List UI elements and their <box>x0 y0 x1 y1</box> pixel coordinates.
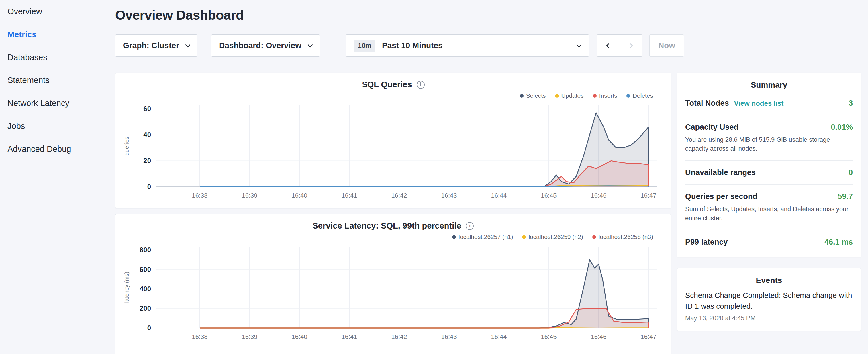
charts-column: SQL Queries SelectsUpdatesInsertsDeletes… <box>115 73 671 354</box>
svg-text:16:41: 16:41 <box>341 192 357 199</box>
legend-dot-icon <box>626 94 630 98</box>
sidebar-item-advanced-debug[interactable]: Advanced Debug <box>0 137 115 160</box>
svg-text:16:41: 16:41 <box>341 333 357 340</box>
chevron-down-icon <box>576 42 582 47</box>
service-latency-chart-panel: Service Latency: SQL, 99th percentile lo… <box>115 214 671 354</box>
svg-text:400: 400 <box>140 285 151 293</box>
summary-label: Queries per second <box>685 192 757 201</box>
chevron-right-icon <box>627 43 633 48</box>
summary-value: 3 <box>848 99 853 108</box>
sql-queries-chart-panel: SQL Queries SelectsUpdatesInsertsDeletes… <box>115 73 671 208</box>
main-content: Overview Dashboard Graph: Cluster Dashbo… <box>115 0 868 354</box>
legend-dot-icon <box>522 235 526 239</box>
svg-text:16:40: 16:40 <box>291 192 307 199</box>
svg-text:queries: queries <box>124 137 130 156</box>
sidebar-item-databases[interactable]: Databases <box>0 46 115 69</box>
chevron-down-icon <box>185 42 190 47</box>
svg-text:20: 20 <box>143 157 151 164</box>
summary-row-p99-latency: P99 latency 46.1 ms <box>685 230 853 254</box>
svg-text:latency (ms): latency (ms) <box>124 272 130 303</box>
svg-text:16:46: 16:46 <box>591 192 607 199</box>
svg-text:16:40: 16:40 <box>291 333 307 340</box>
time-range-dropdown[interactable]: 10m Past 10 Minutes <box>346 34 589 57</box>
legend-item[interactable]: Selects <box>520 92 546 99</box>
sidebar: Overview Metrics Databases Statements Ne… <box>0 0 115 354</box>
now-button[interactable]: Now <box>649 34 684 57</box>
svg-text:16:45: 16:45 <box>541 192 557 199</box>
events-panel: Events Schema Change Completed: Schema c… <box>677 268 861 331</box>
summary-label: Total Nodes <box>685 99 729 108</box>
graph-scope-dropdown[interactable]: Graph: Cluster <box>115 34 197 57</box>
svg-text:16:45: 16:45 <box>541 333 557 340</box>
summary-label: Unavailable ranges <box>685 168 756 177</box>
summary-label: Capacity Used <box>685 123 739 132</box>
content-row: SQL Queries SelectsUpdatesInsertsDeletes… <box>115 73 868 354</box>
view-nodes-list-link[interactable]: View nodes list <box>734 99 784 107</box>
chart-title: SQL Queries <box>362 80 412 89</box>
chart-title: Service Latency: SQL, 99th percentile <box>313 221 461 231</box>
dashboard-controls: Graph: Cluster Dashboard: Overview 10m P… <box>115 34 868 57</box>
svg-text:60: 60 <box>143 105 151 112</box>
legend-dot-icon <box>592 235 596 239</box>
service-latency-chart[interactable]: 16:3816:3916:4016:4116:4216:4316:4416:45… <box>116 242 671 345</box>
sidebar-item-overview[interactable]: Overview <box>0 0 115 23</box>
summary-value: 0 <box>848 168 853 177</box>
legend-item[interactable]: Inserts <box>593 92 617 99</box>
svg-text:16:44: 16:44 <box>491 333 507 340</box>
sidebar-item-network-latency[interactable]: Network Latency <box>0 92 115 115</box>
svg-text:16:46: 16:46 <box>591 333 607 340</box>
summary-description: Sum of Selects, Updates, Inserts, and De… <box>685 204 853 222</box>
page: Overview Metrics Databases Statements Ne… <box>0 0 868 354</box>
legend-item[interactable]: Updates <box>555 92 584 99</box>
svg-text:16:39: 16:39 <box>242 333 257 340</box>
svg-text:16:43: 16:43 <box>441 333 457 340</box>
legend-dot-icon <box>452 235 456 239</box>
svg-text:16:47: 16:47 <box>641 192 656 199</box>
svg-text:600: 600 <box>140 265 151 273</box>
svg-text:0: 0 <box>147 324 151 332</box>
summary-row-total-nodes: Total Nodes View nodes list 3 <box>685 91 853 115</box>
svg-text:16:42: 16:42 <box>391 192 407 199</box>
chart-legend: localhost:26257 (n1)localhost:26259 (n2)… <box>116 231 671 240</box>
summary-row-capacity-used: Capacity Used 0.01% You are using 28.6 M… <box>685 115 853 160</box>
sidebar-item-jobs[interactable]: Jobs <box>0 115 115 137</box>
legend-item[interactable]: Deletes <box>626 92 653 99</box>
legend-dot-icon <box>555 94 559 98</box>
summary-description: You are using 28.6 MiB of 515.9 GiB usab… <box>685 135 853 153</box>
svg-text:16:38: 16:38 <box>192 333 208 340</box>
right-column: Summary Total Nodes View nodes list 3 Ca… <box>677 73 861 331</box>
info-icon[interactable] <box>466 222 474 230</box>
svg-text:16:44: 16:44 <box>491 192 507 199</box>
summary-panel: Summary Total Nodes View nodes list 3 Ca… <box>677 73 861 257</box>
svg-text:200: 200 <box>140 304 151 312</box>
chevron-down-icon <box>308 42 313 47</box>
sidebar-item-metrics[interactable]: Metrics <box>0 23 115 46</box>
prev-range-button[interactable] <box>597 35 620 57</box>
summary-value: 46.1 ms <box>825 238 853 247</box>
svg-text:16:39: 16:39 <box>242 192 257 199</box>
svg-text:40: 40 <box>143 131 151 139</box>
chart-legend: SelectsUpdatesInsertsDeletes <box>116 89 671 99</box>
summary-label: P99 latency <box>685 238 728 247</box>
svg-text:16:38: 16:38 <box>192 192 208 199</box>
sql-queries-chart[interactable]: 16:3816:3916:4016:4116:4216:4316:4416:45… <box>116 101 671 204</box>
legend-dot-icon <box>593 94 597 98</box>
info-icon[interactable] <box>417 81 425 89</box>
chevron-left-icon <box>607 43 612 48</box>
chart-title-row: SQL Queries <box>116 73 671 89</box>
time-range-pager <box>597 34 643 57</box>
summary-value: 0.01% <box>831 123 853 132</box>
next-range-button[interactable] <box>620 35 642 57</box>
legend-item[interactable]: localhost:26259 (n2) <box>522 233 583 240</box>
legend-dot-icon <box>520 94 524 98</box>
legend-item[interactable]: localhost:26258 (n3) <box>592 233 653 240</box>
summary-title: Summary <box>685 73 853 91</box>
summary-row-unavailable-ranges: Unavailable ranges 0 <box>685 160 853 185</box>
event-item[interactable]: Schema Change Completed: Schema change w… <box>685 290 853 322</box>
sidebar-item-statements[interactable]: Statements <box>0 69 115 92</box>
legend-item[interactable]: localhost:26257 (n1) <box>452 233 513 240</box>
event-message: Schema Change Completed: Schema change w… <box>685 290 853 312</box>
svg-text:16:47: 16:47 <box>641 333 656 340</box>
dashboard-select-dropdown[interactable]: Dashboard: Overview <box>211 34 320 57</box>
events-title: Events <box>685 268 853 287</box>
